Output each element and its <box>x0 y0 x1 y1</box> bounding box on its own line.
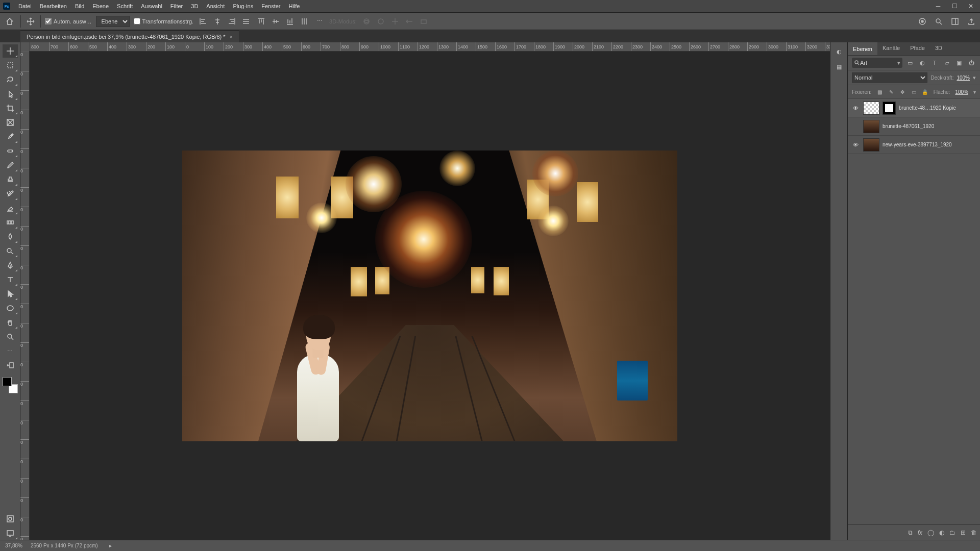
ruler-horizontal[interactable]: 8007006005004003002001000100200300400500… <box>30 42 830 52</box>
filter-toggle-icon[interactable]: ⏻ <box>967 58 976 67</box>
auto-select-checkbox[interactable]: Autom. ausw… <box>45 18 92 24</box>
color-swatches[interactable] <box>3 377 18 393</box>
filter-shape-icon[interactable]: ▱ <box>942 58 951 67</box>
pen-tool[interactable] <box>3 259 18 272</box>
lock-artboard-icon[interactable]: ▭ <box>911 87 917 96</box>
layer-row[interactable]: 👁new-years-eve-3897713_1920 <box>848 136 980 154</box>
path-select-tool[interactable] <box>3 287 18 300</box>
healing-tool[interactable] <box>3 144 18 158</box>
quick-mask-icon[interactable] <box>3 512 18 525</box>
layer-visibility-icon[interactable]: 👁 <box>851 142 860 148</box>
marquee-tool[interactable] <box>3 59 18 72</box>
layer-name[interactable]: new-years-eve-3897713_1920 <box>883 142 952 147</box>
tab-layers[interactable]: Ebenen <box>848 42 877 55</box>
home-button[interactable] <box>3 15 16 28</box>
distribute-v-icon[interactable] <box>299 16 310 27</box>
distribute-h-icon[interactable] <box>240 16 252 27</box>
cloud-docs-icon[interactable] <box>917 16 928 27</box>
canvas-artboard[interactable] <box>182 151 677 441</box>
lasso-tool[interactable] <box>3 73 18 86</box>
filter-pixel-icon[interactable]: ▭ <box>905 58 915 67</box>
fill-value[interactable]: 100% <box>955 89 968 95</box>
window-close[interactable]: ✕ <box>965 2 977 11</box>
lock-transparency-icon[interactable]: ▩ <box>876 87 883 96</box>
document-info[interactable]: 2560 Px x 1440 Px (72 ppcm) <box>31 543 98 548</box>
new-layer-icon[interactable]: ⊞ <box>961 529 966 536</box>
layer-group-icon[interactable]: 🗀 <box>949 529 955 536</box>
search-icon[interactable] <box>933 16 944 27</box>
dock-swatches-icon[interactable]: ▦ <box>833 61 845 73</box>
menu-plugins[interactable]: Plug-ins <box>229 1 257 11</box>
blend-mode-select[interactable]: Normal <box>852 72 927 83</box>
menu-file[interactable]: Datei <box>14 1 36 11</box>
move-tool[interactable] <box>3 44 18 58</box>
workspace-icon[interactable] <box>949 16 961 27</box>
layer-name[interactable]: brunette-487061_1920 <box>883 123 934 129</box>
delete-layer-icon[interactable]: 🗑 <box>971 529 977 536</box>
menu-select[interactable]: Auswahl <box>137 1 166 11</box>
zoom-tool[interactable] <box>3 330 18 343</box>
frame-tool[interactable] <box>3 116 18 129</box>
opacity-value[interactable]: 100% <box>957 75 970 81</box>
dock-color-icon[interactable]: ◐ <box>833 45 845 58</box>
filter-adjust-icon[interactable]: ◐ <box>918 58 927 67</box>
menu-window[interactable]: Fenster <box>257 1 284 11</box>
history-brush-tool[interactable] <box>3 187 18 201</box>
window-maximize[interactable]: ☐ <box>948 2 961 11</box>
eyedropper-tool[interactable] <box>3 130 18 143</box>
layer-name[interactable]: brunette-48…1920 Kopie <box>899 105 956 111</box>
align-middle-icon[interactable] <box>270 16 281 27</box>
ruler-origin[interactable] <box>20 42 30 52</box>
menu-edit[interactable]: Bearbeiten <box>36 1 71 11</box>
toolbox-more-icon[interactable]: ⋯ <box>3 344 18 358</box>
align-more-icon[interactable]: ⋯ <box>314 18 325 24</box>
dodge-tool[interactable] <box>3 244 18 258</box>
status-info-menu-icon[interactable]: ▸ <box>109 543 112 548</box>
crop-tool[interactable] <box>3 102 18 115</box>
canvas-viewport[interactable] <box>30 52 830 540</box>
tab-3d[interactable]: 3D <box>930 42 947 55</box>
ruler-vertical[interactable]: 00000000000000000000000000 <box>20 52 30 540</box>
layer-thumbnail[interactable] <box>863 138 879 152</box>
adjustment-layer-icon[interactable]: ◐ <box>939 529 944 536</box>
menu-filter[interactable]: Filter <box>166 1 187 11</box>
filter-type-icon[interactable]: T <box>930 58 939 67</box>
auto-select-target[interactable]: Ebene <box>96 16 130 27</box>
menu-type[interactable]: Schrift <box>113 1 137 11</box>
menu-image[interactable]: Bild <box>71 1 88 11</box>
share-icon[interactable] <box>966 16 977 27</box>
menu-3d[interactable]: 3D <box>187 1 202 11</box>
type-tool[interactable] <box>3 273 18 286</box>
hand-tool[interactable] <box>3 316 18 329</box>
lock-position-icon[interactable]: ✥ <box>899 87 905 96</box>
layer-visibility-icon[interactable]: 👁 <box>851 105 860 111</box>
brush-tool[interactable] <box>3 159 18 172</box>
link-layers-icon[interactable]: ⧉ <box>908 529 913 536</box>
layer-mask-icon[interactable]: ◯ <box>927 529 934 536</box>
layer-thumbnail[interactable] <box>863 120 879 133</box>
zoom-level[interactable]: 37,88% <box>5 543 22 548</box>
align-right-icon[interactable] <box>226 16 237 27</box>
filter-smart-icon[interactable]: ▣ <box>954 58 964 67</box>
layer-filter-dropdown[interactable]: ▾ <box>852 58 902 68</box>
menu-help[interactable]: Hilfe <box>284 1 304 11</box>
layer-fx-icon[interactable]: fx <box>918 529 922 536</box>
edit-toolbar-icon[interactable] <box>3 359 18 372</box>
document-tab[interactable]: Person in bild einfügen.psdc bei 37,9% (… <box>20 30 239 42</box>
layer-mask-thumbnail[interactable] <box>883 102 896 115</box>
menu-view[interactable]: Ansicht <box>202 1 229 11</box>
lock-all-icon[interactable]: 🔒 <box>922 87 928 96</box>
window-minimize[interactable]: ─ <box>932 2 944 11</box>
stamp-tool[interactable] <box>3 173 18 186</box>
tab-channels[interactable]: Kanäle <box>877 42 905 55</box>
transform-controls-checkbox[interactable]: Transformationsstrg. <box>134 18 193 24</box>
align-left-icon[interactable] <box>198 16 209 27</box>
foreground-color[interactable] <box>3 377 12 386</box>
tab-paths[interactable]: Pfade <box>905 42 930 55</box>
align-center-h-icon[interactable] <box>212 16 223 27</box>
quick-select-tool[interactable] <box>3 87 18 101</box>
blur-tool[interactable] <box>3 230 18 243</box>
eraser-tool[interactable] <box>3 202 18 215</box>
gradient-tool[interactable] <box>3 216 18 229</box>
screen-mode-icon[interactable] <box>3 527 18 540</box>
